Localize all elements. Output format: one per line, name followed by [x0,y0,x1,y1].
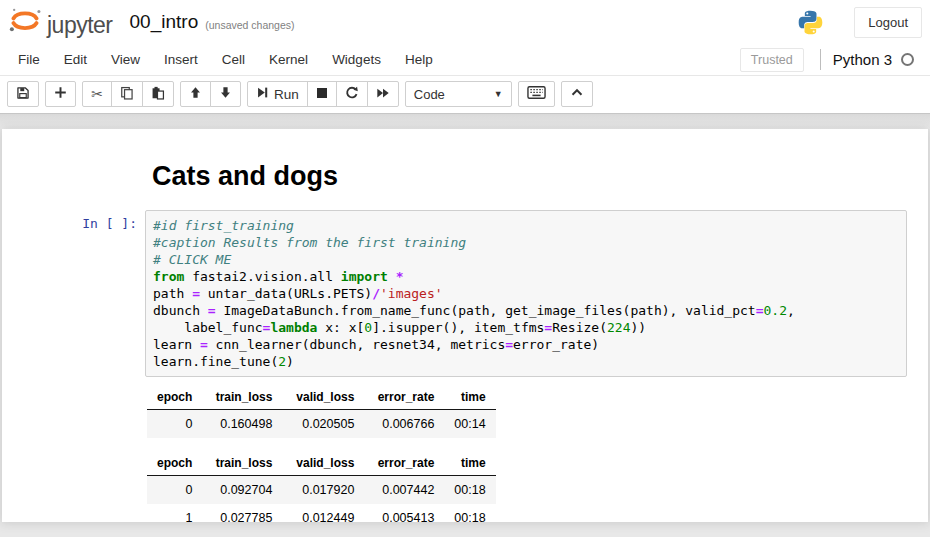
code-line: from fastai2.vision.all import * [153,268,906,285]
table-header-cell: valid_loss [282,452,364,476]
interrupt-kernel-button[interactable] [307,81,337,107]
code-token: from [153,269,184,284]
fast-forward-icon [376,86,390,103]
logout-button[interactable]: Logout [854,7,922,38]
table-cell: 0.006766 [364,410,444,439]
menu-view[interactable]: View [99,44,152,75]
table-cell: 0.092704 [202,476,282,505]
run-cell-button[interactable]: Run [247,81,308,107]
training-results-table-1: epochtrain_lossvalid_losserror_ratetime0… [145,386,907,438]
code-token: 0.2 [764,303,787,318]
output-prompt [42,386,145,522]
table-cell: 0 [147,410,202,439]
jupyter-logo[interactable]: jupyter [8,5,113,39]
table-cell: 0.020505 [282,410,364,439]
table-cell: 0 [147,476,202,505]
kernel-name: Python 3 [833,51,892,68]
code-token: , [787,303,795,318]
jupyter-logo-text: jupyter [47,14,113,39]
table-header-cell: epoch [147,452,202,476]
table-cell: 0.005413 [364,504,444,522]
code-token: 0 [364,320,372,335]
move-up-icon [189,86,202,102]
copy-cell-button[interactable] [111,81,143,107]
menu-cell[interactable]: Cell [210,44,257,75]
code-token: = [200,337,208,352]
table-header-cell: epoch [147,386,202,410]
python-logo-icon [797,9,824,36]
code-token [388,269,396,284]
code-token: ].isupper(), item_tfms [372,320,544,335]
table-cell: 00:18 [444,476,495,505]
paste-cell-button[interactable] [142,81,174,107]
code-token: #caption Results from the first training [153,235,466,250]
save-button[interactable] [7,81,39,107]
kernel-idle-icon [901,53,914,66]
code-token: lambda [270,320,317,335]
code-token: = [505,337,513,352]
code-line: learn = cnn_learner(dbunch, resnet34, me… [153,336,906,353]
chevron-up-icon [570,86,584,102]
menu-kernel[interactable]: Kernel [257,44,320,75]
code-token: ) [286,354,294,369]
code-token: 'images' [380,286,443,301]
code-editor[interactable]: #id first_training#caption Results from … [145,210,907,377]
code-line: label_func=lambda x: x[0].isupper(), ite… [153,319,906,336]
add-cell-button[interactable] [45,81,76,107]
code-cell[interactable]: In [ ]: #id first_training#caption Resul… [42,210,907,377]
code-token: Resize( [552,320,607,335]
table-header-cell: train_loss [202,452,282,476]
code-token: import [341,269,388,284]
code-token: # CLICK ME [153,252,231,267]
stop-icon [316,87,328,102]
command-palette-button[interactable] [518,81,555,107]
table-cell: 00:14 [444,410,495,439]
code-token: learn [153,337,200,352]
code-token: #id first_training [153,218,294,233]
table-cell: 0.012449 [282,504,364,522]
code-token: = [192,286,200,301]
menu-file[interactable]: File [6,44,52,75]
code-token: 224 [607,320,630,335]
markdown-cell[interactable]: Cats and dogs [42,155,907,204]
run-button-label: Run [274,87,299,102]
save-icon [16,86,30,103]
table-header-cell: error_rate [364,386,444,410]
step-forward-icon [256,86,269,102]
cut-icon: ✂ [91,87,103,101]
keyboard-icon [527,86,546,102]
move-cell-up-button[interactable] [180,81,211,107]
table-row: 00.0927040.0179200.00744200:18 [147,476,496,505]
restart-kernel-icon [345,86,359,103]
table-header-cell: train_loss [202,386,282,410]
toolbar-chevron-up-button[interactable] [561,81,593,107]
code-token: x: x[ [317,320,364,335]
table-cell: 0.007442 [364,476,444,505]
menu-insert[interactable]: Insert [152,44,210,75]
menu-edit[interactable]: Edit [52,44,99,75]
code-token: 2 [278,354,286,369]
code-line: #caption Results from the first training [153,234,906,251]
move-down-icon [219,86,232,102]
menubar: File Edit View Insert Cell Kernel Widget… [0,44,930,76]
code-token: fastai2.vision.all [184,269,341,284]
move-cell-down-button[interactable] [210,81,241,107]
menu-widgets[interactable]: Widgets [320,44,393,75]
dataframe-table: epochtrain_lossvalid_losserror_ratetime0… [147,452,496,522]
kernel-divider [820,49,821,70]
restart-run-all-button[interactable] [367,81,399,107]
table-cell: 0.017920 [282,476,364,505]
toolbar: ✂ Run [0,76,930,113]
notebook-container: Cats and dogs In [ ]: #id first_training… [2,129,928,522]
code-token: label_func [153,320,263,335]
code-token: error_rate) [513,337,599,352]
menu-help[interactable]: Help [393,44,445,75]
cell-type-select[interactable]: Code ▼ [405,81,512,107]
table-cell: 1 [147,504,202,522]
notebook-title[interactable]: 00_intro [130,11,199,33]
table-row: 10.0277850.0124490.00541300:18 [147,504,496,522]
restart-kernel-button[interactable] [336,81,368,107]
trusted-badge: Trusted [740,48,804,72]
cut-cell-button[interactable]: ✂ [82,81,112,107]
code-token: ImageDataBunch.from_name_func(path, get_… [216,303,756,318]
